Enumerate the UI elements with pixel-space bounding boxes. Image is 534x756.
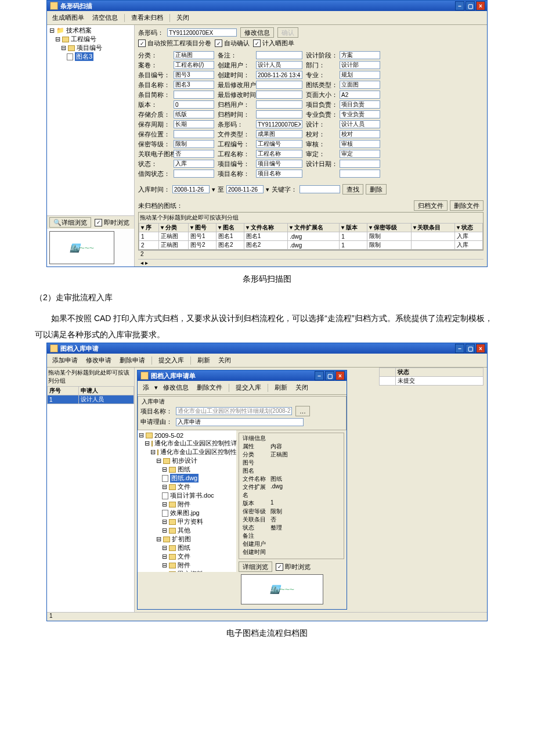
delete-file-button[interactable]: 删除文件 — [450, 200, 484, 211]
form-input[interactable] — [340, 71, 380, 79]
form-input[interactable] — [256, 140, 302, 148]
form-input[interactable] — [256, 160, 302, 168]
date-to-input[interactable] — [226, 185, 264, 193]
form-input[interactable] — [174, 100, 214, 109]
grid-header[interactable]: ▾ 图号 — [189, 224, 217, 232]
unarchived-grid[interactable]: ▾ 序▾ 分类▾ 图号▾ 图名▾ 文件名称▾ 文件扩展名▾ 版本▾ 保密等级▾ … — [139, 223, 483, 250]
form-input[interactable] — [174, 140, 214, 148]
project-picker-button[interactable]: … — [295, 406, 310, 416]
close-icon[interactable]: × — [476, 344, 485, 353]
tree-node[interactable]: ⊟ 2009-5-02 — [139, 431, 235, 439]
confirm-button[interactable]: 确认 — [277, 27, 298, 38]
grid-header[interactable]: ▾ 序 — [139, 224, 159, 232]
submit-button[interactable]: 提交入库 — [156, 355, 187, 366]
tree-node[interactable]: ⊟ 文件 — [162, 552, 235, 561]
file-tree[interactable]: ⊟ 2009-5-02⊟ 通化市金山工业园区控制性详细规划⊟ 通化市金山工业园区… — [138, 430, 236, 572]
tree-project[interactable]: ⊟ 项目编号 — [61, 44, 132, 52]
form-input[interactable] — [340, 51, 380, 59]
refresh-button[interactable]: 刷新 — [272, 382, 290, 393]
add-apply-button[interactable]: 添加申请 — [49, 355, 81, 366]
project-name-input[interactable] — [176, 407, 292, 415]
form-input[interactable] — [340, 81, 380, 89]
form-input[interactable] — [174, 130, 214, 138]
edit-info-button[interactable]: 修改信息 — [160, 382, 192, 393]
form-input[interactable] — [174, 71, 214, 79]
archive-file-button[interactable]: 归档文件 — [414, 200, 448, 211]
form-input[interactable] — [174, 150, 214, 158]
keyword-input[interactable] — [300, 185, 340, 193]
tree-node[interactable]: ⊟ 扩初图 — [156, 535, 235, 543]
tree-node[interactable]: 效果图.jpg — [162, 509, 235, 517]
form-input[interactable] — [340, 91, 380, 99]
form-input[interactable] — [256, 81, 302, 89]
form-input[interactable] — [174, 110, 214, 118]
tree-node[interactable]: 图纸.dwg — [162, 474, 235, 483]
maximize-icon[interactable]: ▢ — [466, 1, 475, 10]
minimize-icon[interactable]: – — [455, 344, 464, 353]
close-button[interactable]: 关闭 — [215, 355, 234, 366]
form-input[interactable] — [256, 130, 302, 138]
close-button[interactable]: 关闭 — [293, 382, 311, 393]
tree-node[interactable]: ⊟ 甲方资料 — [162, 517, 235, 526]
form-input[interactable] — [256, 150, 302, 158]
form-input[interactable] — [340, 130, 380, 138]
form-input[interactable] — [174, 91, 214, 99]
form-input[interactable] — [340, 61, 380, 69]
clear-button[interactable]: 清空信息 — [89, 12, 121, 23]
grid-header[interactable]: ▾ 版本 — [340, 224, 367, 232]
modify-info-button[interactable]: 修改信息 — [240, 27, 274, 38]
close-button[interactable]: 关闭 — [174, 12, 192, 23]
date-from-input[interactable] — [172, 185, 210, 193]
tree-node[interactable]: ⊟ 附件 — [162, 500, 235, 509]
form-input[interactable] — [256, 51, 302, 59]
minimize-icon[interactable]: – — [315, 371, 324, 380]
grid-header[interactable]: ▾ 文件扩展名 — [288, 224, 340, 232]
tree-node[interactable]: ⊟ 附件 — [162, 561, 235, 570]
form-input[interactable] — [256, 120, 302, 128]
tree-file[interactable]: 图名3 — [67, 52, 132, 61]
form-input[interactable] — [256, 170, 302, 178]
delete-apply-button[interactable]: 删除申请 — [117, 355, 148, 366]
form-input[interactable] — [340, 140, 380, 148]
gen-print-button[interactable]: 生成晒图单 — [49, 12, 87, 23]
tree-engineering[interactable]: ⊟ 工程编号 — [55, 35, 132, 44]
edit-apply-button[interactable]: 修改申请 — [83, 355, 114, 366]
grid-header[interactable]: ▾ 文件名称 — [244, 224, 287, 232]
form-input[interactable] — [340, 160, 380, 168]
barcode-input[interactable] — [167, 28, 237, 37]
view-unarchived-button[interactable]: 查看未归档 — [128, 12, 166, 23]
search-button[interactable]: 查找 — [342, 184, 363, 195]
grid-header[interactable]: ▾ 图名 — [216, 224, 244, 232]
delete-button[interactable]: 删除 — [366, 184, 387, 195]
tree-node[interactable]: ⊟ 通化市金山工业园区控制性详细规划(2008-2020) — [150, 448, 235, 456]
instant-view-checkbox[interactable]: 即时浏览 — [276, 563, 311, 571]
grid-header[interactable]: ▾ 状态 — [455, 224, 483, 232]
table-row[interactable]: 1正稿图图号1图名1图名1.dwg1限制入库 — [139, 232, 483, 241]
del-file-button[interactable]: 删除文件 — [194, 382, 225, 393]
tree-node[interactable]: ⊟ 图纸 — [162, 465, 235, 474]
table-row[interactable]: 2正稿图图号2图名2图名2.dwg1限制入库 — [139, 241, 483, 250]
tree-node[interactable]: ⊟ 初步设计 — [156, 456, 235, 465]
tree-node[interactable]: ⊟ 图纸 — [162, 543, 235, 552]
auto-confirm-checkbox[interactable]: 自动确认 — [215, 39, 250, 48]
form-input[interactable] — [256, 91, 302, 99]
form-input[interactable] — [340, 120, 380, 128]
reason-input[interactable] — [176, 418, 304, 426]
tree-node[interactable]: ⊟ 文件 — [162, 483, 235, 491]
tree-root[interactable]: ⊟ 📁 技术档案 — [49, 26, 132, 35]
tree-node[interactable]: 项目计算书.doc — [162, 491, 235, 500]
grid-header[interactable]: ▾ 关联条目 — [411, 224, 454, 232]
instant-view-checkbox[interactable]: 即时浏览 — [95, 218, 129, 227]
archive-tree[interactable]: ⊟ 📁 技术档案 ⊟ 工程编号 ⊟ 项目编号 图名3 — [47, 25, 134, 215]
form-input[interactable] — [256, 71, 302, 79]
form-input[interactable] — [174, 61, 214, 69]
form-input[interactable] — [174, 81, 214, 89]
form-input[interactable] — [256, 61, 302, 69]
maximize-icon[interactable]: ▢ — [466, 344, 475, 353]
form-input[interactable] — [174, 170, 214, 178]
grid-header[interactable]: ▾ 保密等级 — [367, 224, 411, 232]
form-input[interactable] — [340, 110, 380, 118]
form-input[interactable] — [174, 120, 214, 128]
apply-grid[interactable]: 序号 申请人 1 设计人员 — [47, 386, 134, 404]
form-input[interactable] — [340, 100, 380, 109]
